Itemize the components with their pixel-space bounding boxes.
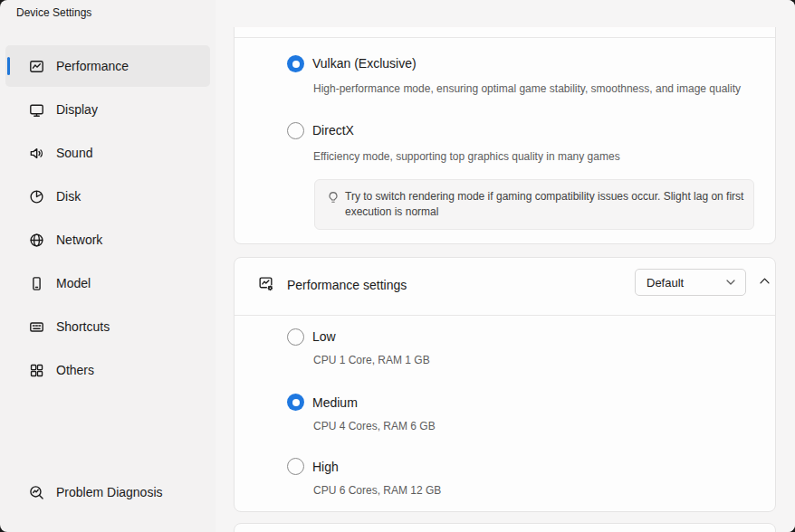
- performance-settings-title: Performance settings: [287, 276, 407, 294]
- keyboard-icon: [29, 319, 44, 335]
- device-icon: [29, 276, 44, 291]
- sidebar-item-shortcuts[interactable]: Shortcuts: [5, 306, 210, 347]
- preset-dropdown[interactable]: Default: [635, 269, 746, 296]
- radio-directx[interactable]: [287, 122, 304, 139]
- sidebar-item-others[interactable]: Others: [5, 349, 210, 391]
- sidebar-item-label: Performance: [56, 59, 129, 73]
- divider: [235, 37, 775, 38]
- sidebar-item-label: Others: [56, 363, 94, 377]
- disk-pie-icon: [29, 189, 44, 204]
- sidebar-item-label: Model: [56, 276, 91, 290]
- renderer-card: Vulkan (Exclusive) High-performance mode…: [234, 27, 776, 244]
- sidebar-item-problem-diagnosis[interactable]: Problem Diagnosis: [5, 471, 210, 513]
- radio-medium[interactable]: [287, 394, 304, 411]
- sidebar-item-label: Problem Diagnosis: [56, 485, 163, 499]
- sidebar-item-label: Network: [56, 233, 102, 247]
- radio-medium-label[interactable]: Medium: [312, 394, 358, 412]
- radio-high-description: CPU 6 Cores, RAM 12 GB: [313, 483, 441, 498]
- lightbulb-icon: [327, 191, 340, 205]
- preset-dropdown-value: Default: [647, 276, 726, 290]
- diagnosis-magnifier-icon: [29, 485, 44, 500]
- radio-directx-label[interactable]: DirectX: [312, 121, 354, 139]
- renderer-tip-box: Try to switch rendering mode if gaming c…: [314, 179, 754, 230]
- collapse-section-button[interactable]: [753, 270, 775, 291]
- radio-low-label[interactable]: Low: [312, 328, 336, 346]
- sidebar-item-model[interactable]: Model: [5, 262, 210, 304]
- radio-vulkan-label[interactable]: Vulkan (Exclusive): [312, 54, 417, 72]
- grid-icon: [29, 363, 44, 378]
- sidebar-item-label: Display: [56, 102, 98, 117]
- dialog-surface: Device Settings Performance: [0, 0, 795, 532]
- radio-directx-description: Efficiency mode, supporting top graphics…: [313, 149, 620, 164]
- chevron-up-icon: [760, 278, 770, 284]
- radio-high[interactable]: [287, 458, 304, 475]
- radio-high-label[interactable]: High: [312, 458, 339, 476]
- sidebar-item-label: Shortcuts: [56, 319, 110, 334]
- performance-settings-icon: [257, 275, 274, 292]
- settings-scroll-area[interactable]: Vulkan (Exclusive) High-performance mode…: [216, 27, 795, 532]
- performance-settings-card: Performance settings Default: [234, 257, 776, 512]
- renderer-tip-text: Try to switch rendering mode if gaming c…: [345, 189, 752, 220]
- monitor-icon: [29, 102, 44, 118]
- window-title: Device Settings: [16, 6, 91, 19]
- radio-low-description: CPU 1 Core, RAM 1 GB: [313, 353, 430, 367]
- sidebar-item-label: Disk: [56, 189, 81, 204]
- next-section-card: [234, 523, 776, 532]
- sidebar-item-performance[interactable]: Performance: [5, 45, 210, 87]
- radio-vulkan[interactable]: [287, 55, 304, 72]
- sidebar-item-label: Sound: [56, 146, 92, 160]
- speaker-icon: [29, 146, 44, 161]
- sidebar-item-sound[interactable]: Sound: [5, 132, 210, 174]
- sidebar-item-disk[interactable]: Disk: [5, 176, 210, 217]
- sidebar-item-network[interactable]: Network: [5, 219, 210, 261]
- sidebar-item-display[interactable]: Display: [5, 89, 210, 130]
- radio-vulkan-description: High-performance mode, ensuring optimal …: [313, 81, 741, 96]
- globe-icon: [29, 233, 44, 248]
- chevron-down-icon: [726, 280, 735, 285]
- radio-low[interactable]: [287, 328, 304, 346]
- radio-medium-description: CPU 4 Cores, RAM 6 GB: [313, 419, 436, 433]
- device-settings-window: Device Settings Performance: [0, 0, 795, 532]
- divider: [235, 315, 775, 316]
- performance-chart-icon: [29, 59, 44, 74]
